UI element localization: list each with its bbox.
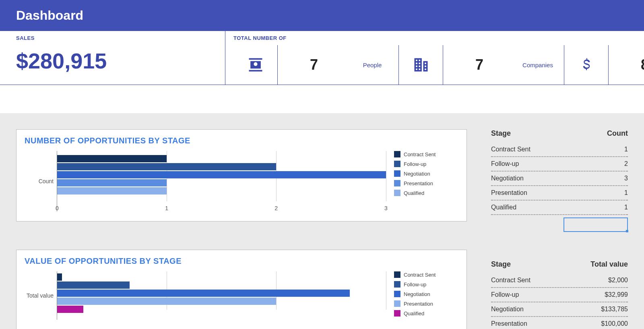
bar-qualified <box>57 306 83 313</box>
td-count: 2 <box>624 160 628 168</box>
legend-item: Negotiation <box>394 170 458 177</box>
td-count: 1 <box>624 204 628 211</box>
td-stage: Contract Sent <box>491 146 530 153</box>
table-row[interactable]: Contract Sent$2,000 <box>491 273 628 288</box>
bar-negotiation <box>57 290 350 297</box>
td-value: $100,000 <box>601 320 628 327</box>
chart-legend: Contract Sent Follow-up Negotiation Pres… <box>386 271 458 320</box>
th-count: Count <box>607 129 628 138</box>
td-stage: Negotiation <box>491 306 524 313</box>
page-header: Dashboard <box>0 0 644 31</box>
th-stage: Stage <box>491 129 511 138</box>
td-count: 1 <box>624 189 628 197</box>
totals-label: TOTAL NUMBER OF <box>233 35 644 41</box>
chart-opps-by-stage: NUMBER OF OPPORTUNITIES BY STAGE Count 0… <box>16 129 467 221</box>
tick: 1 <box>165 205 168 211</box>
td-value: $2,000 <box>608 277 628 284</box>
table-row[interactable]: Presentation1 <box>491 186 628 201</box>
th-stage: Stage <box>491 260 511 269</box>
table-row[interactable]: Negotiation$133,785 <box>491 302 628 317</box>
chart-plot <box>57 271 386 320</box>
card-companies-count: 7 <box>443 56 516 73</box>
table-row[interactable]: Negotiation3 <box>491 172 628 186</box>
td-value: $133,785 <box>601 306 628 313</box>
table-row[interactable]: Contract Sent1 <box>491 143 628 157</box>
td-stage: Qualified <box>491 204 516 211</box>
td-stage: Negotiation <box>491 175 524 182</box>
tick: 2 <box>275 205 278 211</box>
table-row[interactable]: Qualified1 <box>491 201 628 215</box>
td-stage: Follow-up <box>491 291 519 298</box>
table-header: Stage Total value <box>491 260 628 273</box>
sales-value: $280,915 <box>16 48 209 73</box>
tick: 3 <box>384 205 388 211</box>
td-stage: Presentation <box>491 189 527 197</box>
td-count: 3 <box>624 175 628 182</box>
table-row[interactable]: Follow-up2 <box>491 157 628 172</box>
page-title: Dashboard <box>16 8 83 23</box>
chart-plot: 0 1 2 3 <box>57 151 386 211</box>
legend-item: Negotiation <box>394 291 458 297</box>
table-row[interactable]: Presentation$100,000 <box>491 317 628 329</box>
chart-title: NUMBER OF OPPORTUNITIES BY STAGE <box>25 136 458 145</box>
chart-value-by-stage: VALUE OF OPPORTUNITIES BY STAGE Total va… <box>16 250 467 329</box>
table-value-by-stage: Stage Total value Contract Sent$2,000 Fo… <box>491 260 628 329</box>
dashboard-body: NUMBER OF OPPORTUNITIES BY STAGE Count 0… <box>0 113 644 329</box>
legend-item: Contract Sent <box>394 271 458 278</box>
bar-presentation <box>57 179 167 186</box>
card-companies[interactable]: 7 Companies <box>398 45 564 85</box>
chart-ylabel: Total value <box>25 271 57 320</box>
card-people-label: People <box>350 62 398 68</box>
chart-legend: Contract Sent Follow-up Negotiation Pres… <box>386 151 458 211</box>
bar-presentation <box>57 298 276 305</box>
td-stage: Follow-up <box>491 160 519 168</box>
card-people-count: 7 <box>278 56 350 73</box>
tick: 0 <box>56 205 59 211</box>
td-stage: Contract Sent <box>491 277 530 284</box>
table-header: Stage Count <box>491 129 628 143</box>
legend-item: Presentation <box>394 180 458 186</box>
legend-label: Contract Sent <box>404 151 436 157</box>
card-opportunities[interactable]: 8 Op <box>564 45 644 85</box>
legend-label: Qualified <box>404 310 424 317</box>
metrics-row: SALES $280,915 TOTAL NUMBER OF 7 People … <box>0 31 644 85</box>
bar-contract-sent <box>57 155 167 162</box>
charts-column: NUMBER OF OPPORTUNITIES BY STAGE Count 0… <box>16 129 467 329</box>
th-value: Total value <box>590 260 628 269</box>
totals-cards: 7 People 7 Companies 8 Op <box>233 45 644 85</box>
legend-item: Qualified <box>394 310 458 317</box>
legend-label: Negotiation <box>404 291 430 297</box>
totals-block: TOTAL NUMBER OF 7 People 7 Companies <box>225 31 644 85</box>
sales-label: SALES <box>16 35 209 41</box>
legend-item: Follow-up <box>394 161 458 167</box>
legend-item: Qualified <box>394 190 458 196</box>
legend-label: Presentation <box>404 301 433 307</box>
table-count-by-stage: Stage Count Contract Sent1 Follow-up2 Ne… <box>491 129 628 232</box>
legend-label: Negotiation <box>404 171 430 177</box>
table-row[interactable]: Follow-up$32,999 <box>491 288 628 302</box>
legend-label: Follow-up <box>404 161 426 167</box>
bar-qualified <box>57 187 167 195</box>
person-icon <box>233 45 278 85</box>
chart-area: Count 0 1 2 3 Contract Sent <box>25 151 458 211</box>
dollar-icon <box>564 45 609 85</box>
bar-negotiation <box>57 171 386 178</box>
legend-label: Follow-up <box>404 281 426 288</box>
legend-label: Qualified <box>404 190 424 196</box>
sales-block: SALES $280,915 <box>0 31 225 85</box>
legend-item: Contract Sent <box>394 151 458 157</box>
legend-item: Presentation <box>394 300 458 307</box>
legend-item: Follow-up <box>394 281 458 288</box>
tables-column: Stage Count Contract Sent1 Follow-up2 Ne… <box>491 129 628 329</box>
chart-ylabel: Count <box>25 151 57 211</box>
card-people[interactable]: 7 People <box>233 45 398 85</box>
chart-title: VALUE OF OPPORTUNITIES BY STAGE <box>25 257 458 266</box>
td-count: 1 <box>624 146 628 153</box>
card-opportunities-count: 8 <box>609 56 644 73</box>
td-stage: Presentation <box>491 320 527 327</box>
bar-follow-up <box>57 281 130 289</box>
td-value: $32,999 <box>605 291 628 298</box>
legend-label: Contract Sent <box>404 272 436 278</box>
chart-area: Total value Contract Sent Follow-up Nego… <box>25 271 458 320</box>
selected-cell[interactable] <box>564 217 628 232</box>
